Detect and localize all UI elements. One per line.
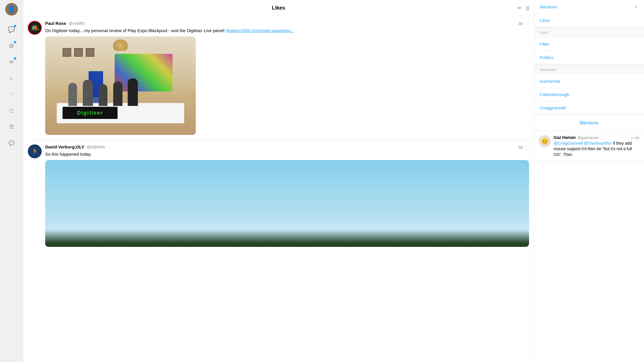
tweet-body: Paul Rose @mrbiffo 3d ♡ On Digitiser tod… (45, 21, 529, 135)
sidebar-item-mail[interactable]: ✉ (5, 56, 18, 68)
mention-header: Gaz Haman @gazhaman ↩ 2h (554, 135, 639, 140)
tweet-author-handle: @AdiVerb (87, 145, 105, 149)
right-panel-title: Mentions (580, 120, 599, 126)
dropdown-label: macformat (540, 79, 560, 84)
avatar[interactable] (28, 21, 42, 35)
sidebar-item-comments[interactable]: 💬 (5, 23, 18, 36)
dropdown-item-politics[interactable]: Politics (534, 51, 644, 64)
tweet-time: 3d (518, 21, 523, 26)
section-header-lists: Lists (534, 27, 644, 38)
tweet-text: On Digitiser today... my personal review… (45, 27, 529, 34)
dropdown-item-filter[interactable]: Filter (534, 38, 644, 51)
digitiser-image: Digitiser (45, 36, 196, 135)
sidebar: 👤 💬 @ ✉ ⌕ ♡ ◻ ☰ 💬 (0, 0, 23, 362)
comment-icon: 💬 (8, 26, 15, 33)
mail-icon: ✉ (9, 59, 14, 65)
dropdown-item-likes[interactable]: Likes (534, 14, 644, 27)
mention-time: ↩ 2h (631, 136, 639, 140)
main-header: Likes ✏ ||| (23, 0, 534, 16)
sidebar-item-search[interactable]: ⌕ (5, 72, 18, 84)
mention-link-charles[interactable]: @charlesarthur (584, 141, 612, 146)
tweet-header: David Verburg,OLY @AdiVerb 3d ♡ (45, 144, 529, 150)
tweet-feed: Paul Rose @mrbiffo 3d ♡ On Digitiser tod… (23, 16, 534, 362)
tweet-text: So this happened today. (45, 151, 529, 157)
lines-icon: ☰ (9, 124, 14, 130)
mention-badge (14, 41, 16, 43)
dropdown-item-macformat[interactable]: macformat (534, 75, 644, 88)
like-button[interactable]: ♡ (525, 21, 529, 26)
like-button[interactable]: ♡ (525, 144, 529, 150)
user-info: David Verburg,OLY @AdiVerb (45, 144, 105, 149)
mention-text: @CraigGrannell @charlesarthur If they ad… (554, 141, 639, 158)
tweet-author-handle: @mrbiffo (69, 21, 85, 26)
dropdown-menu: Mentions ✓ Likes Lists Filter Politics S… (534, 0, 644, 115)
sidebar-item-likes[interactable]: ♡ (5, 88, 18, 101)
tweet-meta: 3d ♡ (518, 144, 529, 150)
mention-link-craig[interactable]: @CraigGrannell (554, 141, 583, 146)
tweet-time: 3d (518, 145, 523, 150)
right-header: Mentions (534, 115, 644, 131)
avatar[interactable] (28, 144, 42, 158)
tweet-image-sky (45, 160, 529, 247)
check-icon: ✓ (634, 4, 638, 10)
reply-icon: ↩ (631, 136, 634, 140)
page-title: Likes (272, 5, 285, 11)
comment-badge (14, 25, 16, 27)
list-item: Gaz Haman @gazhaman ↩ 2h @CraigGrannell … (534, 131, 644, 162)
tweet-author-name: Paul Rose (45, 21, 66, 26)
avatar[interactable] (539, 135, 551, 147)
digitiser-label: Digitiser (77, 110, 103, 116)
tweet-header: Paul Rose @mrbiffo 3d ♡ (45, 21, 529, 26)
tweet-body: David Verburg,OLY @AdiVerb 3d ♡ So this … (45, 144, 529, 247)
mention-body: Gaz Haman @gazhaman ↩ 2h @CraigGrannell … (554, 135, 639, 157)
search-icon: ⌕ (10, 75, 13, 81)
dropdown-label: Politics (540, 55, 554, 60)
table-row: Paul Rose @mrbiffo 3d ♡ On Digitiser tod… (23, 16, 534, 140)
avatar[interactable]: 👤 (5, 3, 18, 16)
mention-author-name: Gaz Haman (554, 135, 576, 140)
mentions-feed: Mentions Gaz Haman @gazhaman ↩ 2h @Craig… (534, 115, 644, 362)
dropdown-item-fiafarnborough[interactable]: Fiafarnborough (534, 88, 644, 101)
mention-icon: @ (9, 43, 14, 49)
mention-author-handle: @gazhaman (577, 135, 599, 140)
tweet-image: Digitiser (45, 36, 196, 135)
tweet-author-name: David Verburg,OLY (45, 144, 84, 149)
heart-icon: ♡ (9, 91, 14, 98)
dropdown-label: Likes (540, 18, 550, 23)
compose-icon[interactable]: ✏ (517, 5, 522, 11)
columns-icon[interactable]: ||| (526, 5, 529, 11)
main-column: Likes ✏ ||| Paul Rose @mrbiffo 3d ♡ (23, 0, 534, 362)
dropdown-label: Filter (540, 42, 549, 47)
sidebar-item-lists[interactable]: ☰ (5, 120, 18, 133)
sidebar-item-dm[interactable]: 💬 (5, 137, 18, 149)
header-actions: ✏ ||| (517, 5, 529, 11)
user-info: Paul Rose @mrbiffo (45, 21, 85, 26)
right-panel: Mentions ✓ Likes Lists Filter Politics S… (534, 0, 644, 362)
dropdown-item-craiggrannell[interactable]: Craiggrannell (534, 101, 644, 115)
dropdown-label: Craiggrannell (540, 105, 566, 110)
tweet-link[interactable]: digitiser2000.com/main-page/play... (226, 28, 294, 33)
dropdown-item-mentions[interactable]: Mentions ✓ (534, 0, 644, 14)
mail-badge (14, 57, 16, 60)
sidebar-item-mentions[interactable]: @ (5, 39, 18, 52)
tweet-meta: 3d ♡ (518, 21, 529, 26)
section-header-searches: Searches (534, 64, 644, 75)
dropdown-label: Mentions (540, 4, 557, 9)
dropdown-label: Fiafarnborough (540, 92, 569, 97)
sidebar-item-profile[interactable]: ◻ (5, 104, 18, 117)
person-icon: ◻ (9, 107, 14, 114)
table-row: David Verburg,OLY @AdiVerb 3d ♡ So this … (23, 140, 534, 252)
dm-icon: 💬 (9, 140, 14, 146)
